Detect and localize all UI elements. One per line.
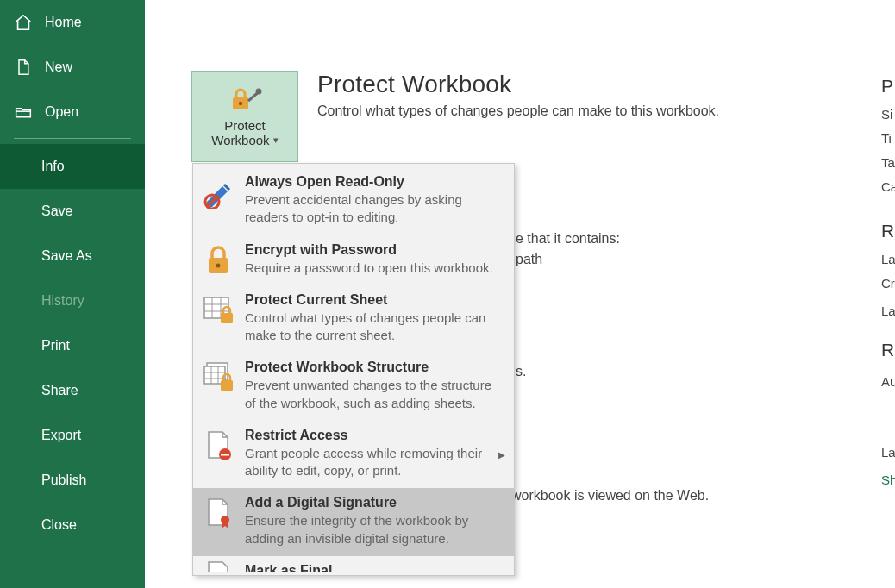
- lock-key-icon: [228, 85, 262, 113]
- properties-panel: P Si Ti Ta Ca R La Cr La R Au La Sh: [881, 0, 895, 588]
- menu-item-read-only[interactable]: Always Open Read-Only Prevent accidental…: [193, 167, 514, 235]
- chevron-down-icon: ▾: [273, 134, 279, 146]
- bg-text: path: [516, 252, 542, 267]
- prop-label: La: [881, 303, 895, 318]
- panel-heading: R: [881, 221, 894, 241]
- menu-item-title: Mark as Final: [245, 563, 504, 572]
- menu-item-title: Protect Current Sheet: [245, 292, 504, 308]
- sidebar-item-label: History: [41, 293, 84, 309]
- sidebar-item-home[interactable]: Home: [0, 0, 145, 45]
- svg-point-22: [221, 516, 229, 524]
- sidebar-item-close[interactable]: Close: [0, 503, 145, 547]
- prop-label: Ca: [881, 179, 895, 194]
- section-title: Protect Workbook: [317, 71, 719, 98]
- sidebar-item-open[interactable]: Open: [0, 90, 145, 134]
- document-icon: [14, 58, 33, 77]
- sheets-lock-icon: [202, 361, 235, 394]
- svg-rect-12: [221, 313, 233, 323]
- protect-workbook-tile[interactable]: Protect Workbook ▾: [191, 71, 298, 162]
- menu-item-protect-sheet[interactable]: Protect Current Sheet Control what types…: [193, 285, 514, 353]
- folder-open-icon: [14, 103, 33, 122]
- menu-item-title: Always Open Read-Only: [245, 174, 504, 190]
- sidebar-item-print[interactable]: Print: [0, 323, 145, 368]
- menu-item-protect-structure[interactable]: Protect Workbook Structure Prevent unwan…: [193, 353, 514, 421]
- prop-label: Si: [881, 107, 892, 122]
- document-final-icon: [202, 560, 235, 572]
- menu-item-digital-signature[interactable]: Add a Digital Signature Ensure the integ…: [193, 488, 514, 556]
- submenu-arrow-icon: ▶: [498, 450, 505, 460]
- sidebar-item-share[interactable]: Share: [0, 368, 145, 413]
- document-ribbon-icon: [202, 497, 235, 529]
- prop-label: La: [881, 252, 895, 266]
- menu-item-restrict-access[interactable]: Restrict Access Grant people access whil…: [193, 421, 514, 489]
- svg-point-2: [256, 89, 262, 95]
- sidebar-item-info[interactable]: Info: [0, 144, 145, 189]
- prop-label: Ti: [881, 131, 892, 146]
- bg-text: s.: [516, 364, 526, 379]
- section-subtitle: Control what types of changes people can…: [317, 103, 719, 119]
- menu-item-desc: Prevent accidental changes by asking rea…: [245, 191, 504, 227]
- prop-label: Au: [881, 374, 895, 389]
- sidebar-item-save-as[interactable]: Save As: [0, 234, 145, 278]
- prop-label: Cr: [881, 276, 895, 291]
- menu-item-desc: Prevent unwanted changes to the structur…: [245, 377, 504, 412]
- menu-item-desc: Ensure the integrity of the workbook by …: [245, 512, 504, 547]
- tile-label-line1: Protect: [224, 118, 266, 133]
- svg-rect-21: [221, 454, 229, 456]
- sheet-lock-icon: [202, 294, 235, 327]
- sidebar-item-publish[interactable]: Publish: [0, 458, 145, 503]
- lock-icon: [202, 244, 235, 277]
- sidebar-item-label: Save As: [41, 248, 92, 264]
- menu-item-desc: Require a password to open this workbook…: [245, 260, 504, 277]
- sidebar-item-export[interactable]: Export: [0, 413, 145, 458]
- sidebar-item-label: Close: [41, 517, 77, 533]
- protect-workbook-menu: Always Open Read-Only Prevent accidental…: [192, 163, 515, 576]
- backstage-sidebar: Home New Open Info Save Save As History …: [0, 0, 145, 588]
- menu-item-title: Protect Workbook Structure: [245, 360, 504, 375]
- sidebar-item-history: History: [0, 278, 145, 323]
- svg-rect-19: [221, 380, 233, 391]
- menu-item-desc: Grant people access while removing their…: [245, 445, 504, 480]
- prop-label: La: [881, 445, 895, 460]
- tile-label-line2: Workbook: [211, 133, 269, 147]
- menu-item-encrypt[interactable]: Encrypt with Password Require a password…: [193, 235, 514, 285]
- bg-text: workbook is viewed on the Web.: [511, 488, 709, 504]
- show-all-link[interactable]: Sh: [881, 472, 895, 487]
- sidebar-item-label: Print: [41, 338, 70, 353]
- svg-point-6: [216, 263, 221, 267]
- sidebar-item-label: Info: [41, 159, 65, 174]
- prop-label: Ta: [881, 155, 895, 170]
- menu-item-mark-as-final[interactable]: Mark as Final: [193, 556, 514, 572]
- sidebar-item-label: New: [45, 59, 72, 75]
- pencil-no-icon: [202, 176, 235, 209]
- panel-heading: R: [881, 340, 894, 360]
- home-icon: [14, 13, 33, 32]
- menu-item-desc: Control what types of changes people can…: [245, 310, 504, 345]
- sidebar-item-label: Share: [41, 383, 78, 398]
- sidebar-item-label: Export: [41, 428, 81, 443]
- sidebar-divider: [14, 138, 131, 139]
- menu-item-title: Encrypt with Password: [245, 242, 504, 258]
- document-restrict-icon: [202, 429, 235, 462]
- sidebar-item-label: Home: [45, 15, 82, 30]
- sidebar-item-label: Open: [45, 104, 78, 120]
- svg-point-1: [239, 102, 242, 105]
- sidebar-item-label: Save: [41, 203, 72, 219]
- sidebar-item-label: Publish: [41, 472, 86, 488]
- sidebar-item-save[interactable]: Save: [0, 189, 145, 234]
- bg-text: e that it contains:: [516, 231, 620, 247]
- menu-item-title: Restrict Access: [245, 428, 504, 443]
- menu-item-title: Add a Digital Signature: [245, 495, 504, 510]
- panel-heading: P: [881, 76, 893, 97]
- sidebar-item-new[interactable]: New: [0, 45, 145, 90]
